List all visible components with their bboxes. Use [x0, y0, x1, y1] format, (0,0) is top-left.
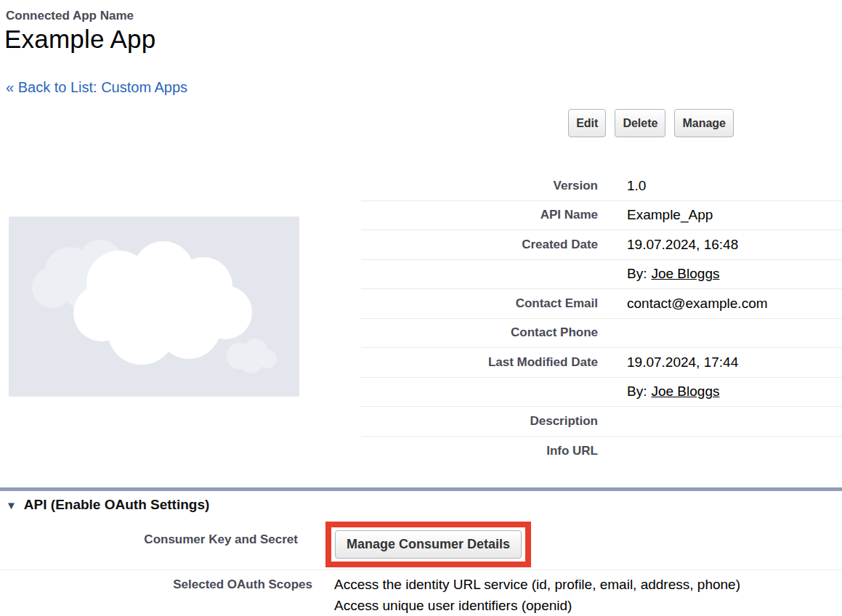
field-value: 1.0: [627, 178, 646, 194]
modified-by-user-link[interactable]: Joe Bloggs: [651, 384, 719, 399]
oauth-section-title: API (Enable OAuth Settings): [24, 497, 209, 513]
section-divider-bar: [0, 487, 842, 491]
oauth-section-header: ▼ API (Enable OAuth Settings): [6, 497, 209, 513]
table-row-created-by: By:Joe Bloggs: [361, 260, 842, 290]
red-highlight-annotation: Manage Consumer Details: [325, 522, 531, 567]
field-value: By:Joe Bloggs: [627, 266, 719, 282]
field-label: Version: [361, 179, 598, 193]
detail-table: Version 1.0 API Name Example_App Created…: [361, 171, 842, 466]
collapse-triangle-icon[interactable]: ▼: [6, 500, 17, 511]
table-row-contact-email: Contact Email contact@example.com: [361, 289, 842, 319]
selected-oauth-scopes-values: Access the identity URL service (id, pro…: [334, 575, 740, 616]
table-row-last-modified-date: Last Modified Date 19.07.2024, 17:44: [361, 348, 842, 378]
selected-oauth-scopes-label: Selected OAuth Scopes: [0, 578, 312, 592]
cloud-icon: [9, 216, 299, 397]
by-prefix: By:: [627, 384, 647, 399]
by-prefix: By:: [627, 266, 647, 281]
field-label: Contact Email: [361, 296, 598, 311]
row-divider-line: [0, 570, 842, 570]
field-value: 19.07.2024, 17:44: [627, 354, 738, 370]
table-row-created-date: Created Date 19.07.2024, 16:48: [361, 230, 842, 260]
manage-button[interactable]: Manage: [674, 109, 734, 137]
app-logo-image: [9, 216, 299, 397]
oauth-scope-item: Access unique user identifiers (openid): [334, 596, 740, 616]
field-value: Example_App: [627, 207, 713, 223]
field-label: Description: [361, 414, 598, 429]
table-row-modified-by: By:Joe Bloggs: [361, 378, 842, 408]
table-row-api-name: API Name Example_App: [361, 201, 842, 231]
manage-consumer-details-button[interactable]: Manage Consumer Details: [335, 530, 522, 559]
field-label: Contact Phone: [361, 325, 598, 340]
detail-toolbar: Edit Delete Manage: [0, 109, 734, 137]
edit-button[interactable]: Edit: [568, 109, 606, 137]
table-row-description: Description: [361, 407, 842, 437]
field-label: Info URL: [361, 444, 598, 458]
consumer-key-secret-label: Consumer Key and Secret: [0, 532, 298, 547]
created-by-user-link[interactable]: Joe Bloggs: [651, 266, 719, 281]
field-value: By:Joe Bloggs: [627, 384, 719, 400]
table-row-info-url: Info URL: [361, 437, 842, 466]
back-to-list-link[interactable]: « Back to List: Custom Apps: [6, 79, 187, 96]
field-value: contact@example.com: [627, 296, 768, 312]
table-row-version: Version 1.0: [361, 171, 842, 201]
oauth-scope-item: Access the identity URL service (id, pro…: [334, 575, 740, 596]
field-value: 19.07.2024, 16:48: [627, 237, 738, 253]
field-label: API Name: [361, 208, 598, 222]
field-label: Last Modified Date: [361, 355, 598, 370]
connected-app-detail-page: Connected App Name Example App « Back to…: [0, 0, 842, 616]
delete-button[interactable]: Delete: [615, 109, 665, 137]
field-label: Created Date: [361, 238, 598, 252]
table-row-contact-phone: Contact Phone: [361, 319, 842, 349]
page-title: Example App: [4, 25, 155, 54]
entity-type-label: Connected App Name: [6, 9, 134, 23]
